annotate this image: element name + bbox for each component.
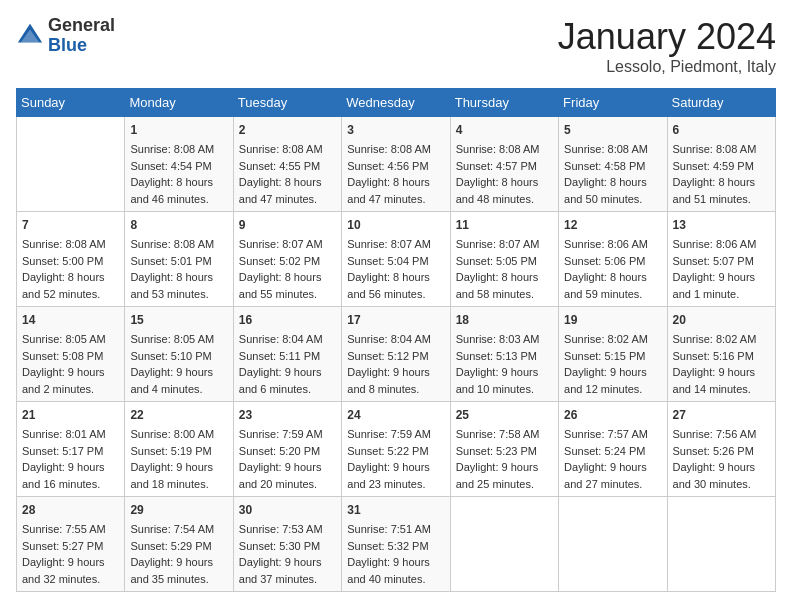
calendar-week-row: 14Sunrise: 8:05 AM Sunset: 5:08 PM Dayli… bbox=[17, 307, 776, 402]
day-number: 3 bbox=[347, 121, 444, 139]
day-header-thursday: Thursday bbox=[450, 89, 558, 117]
day-number: 2 bbox=[239, 121, 336, 139]
day-number: 27 bbox=[673, 406, 770, 424]
calendar-cell: 17Sunrise: 8:04 AM Sunset: 5:12 PM Dayli… bbox=[342, 307, 450, 402]
calendar-cell: 5Sunrise: 8:08 AM Sunset: 4:58 PM Daylig… bbox=[559, 117, 667, 212]
calendar-cell: 9Sunrise: 8:07 AM Sunset: 5:02 PM Daylig… bbox=[233, 212, 341, 307]
day-header-monday: Monday bbox=[125, 89, 233, 117]
day-info: Sunrise: 8:04 AM Sunset: 5:12 PM Dayligh… bbox=[347, 331, 444, 397]
calendar-cell bbox=[17, 117, 125, 212]
day-number: 24 bbox=[347, 406, 444, 424]
calendar-cell: 22Sunrise: 8:00 AM Sunset: 5:19 PM Dayli… bbox=[125, 402, 233, 497]
day-number: 11 bbox=[456, 216, 553, 234]
day-info: Sunrise: 8:07 AM Sunset: 5:02 PM Dayligh… bbox=[239, 236, 336, 302]
calendar-cell: 27Sunrise: 7:56 AM Sunset: 5:26 PM Dayli… bbox=[667, 402, 775, 497]
day-info: Sunrise: 8:08 AM Sunset: 4:56 PM Dayligh… bbox=[347, 141, 444, 207]
day-info: Sunrise: 8:07 AM Sunset: 5:04 PM Dayligh… bbox=[347, 236, 444, 302]
calendar-cell: 4Sunrise: 8:08 AM Sunset: 4:57 PM Daylig… bbox=[450, 117, 558, 212]
day-info: Sunrise: 8:03 AM Sunset: 5:13 PM Dayligh… bbox=[456, 331, 553, 397]
calendar-cell: 28Sunrise: 7:55 AM Sunset: 5:27 PM Dayli… bbox=[17, 497, 125, 592]
day-info: Sunrise: 8:08 AM Sunset: 4:55 PM Dayligh… bbox=[239, 141, 336, 207]
logo-blue-text: Blue bbox=[48, 35, 87, 55]
calendar-cell: 13Sunrise: 8:06 AM Sunset: 5:07 PM Dayli… bbox=[667, 212, 775, 307]
day-number: 1 bbox=[130, 121, 227, 139]
calendar-cell: 21Sunrise: 8:01 AM Sunset: 5:17 PM Dayli… bbox=[17, 402, 125, 497]
day-number: 12 bbox=[564, 216, 661, 234]
location-subtitle: Lessolo, Piedmont, Italy bbox=[558, 58, 776, 76]
day-number: 23 bbox=[239, 406, 336, 424]
day-info: Sunrise: 7:59 AM Sunset: 5:20 PM Dayligh… bbox=[239, 426, 336, 492]
day-number: 26 bbox=[564, 406, 661, 424]
day-info: Sunrise: 7:57 AM Sunset: 5:24 PM Dayligh… bbox=[564, 426, 661, 492]
calendar-cell: 16Sunrise: 8:04 AM Sunset: 5:11 PM Dayli… bbox=[233, 307, 341, 402]
calendar-cell: 14Sunrise: 8:05 AM Sunset: 5:08 PM Dayli… bbox=[17, 307, 125, 402]
day-header-wednesday: Wednesday bbox=[342, 89, 450, 117]
day-number: 8 bbox=[130, 216, 227, 234]
day-number: 21 bbox=[22, 406, 119, 424]
day-info: Sunrise: 8:08 AM Sunset: 5:00 PM Dayligh… bbox=[22, 236, 119, 302]
day-number: 28 bbox=[22, 501, 119, 519]
day-info: Sunrise: 7:59 AM Sunset: 5:22 PM Dayligh… bbox=[347, 426, 444, 492]
day-info: Sunrise: 8:05 AM Sunset: 5:08 PM Dayligh… bbox=[22, 331, 119, 397]
calendar-cell: 2Sunrise: 8:08 AM Sunset: 4:55 PM Daylig… bbox=[233, 117, 341, 212]
calendar-cell: 15Sunrise: 8:05 AM Sunset: 5:10 PM Dayli… bbox=[125, 307, 233, 402]
day-number: 20 bbox=[673, 311, 770, 329]
day-number: 5 bbox=[564, 121, 661, 139]
calendar-week-row: 28Sunrise: 7:55 AM Sunset: 5:27 PM Dayli… bbox=[17, 497, 776, 592]
day-info: Sunrise: 8:08 AM Sunset: 4:59 PM Dayligh… bbox=[673, 141, 770, 207]
day-header-saturday: Saturday bbox=[667, 89, 775, 117]
day-info: Sunrise: 8:06 AM Sunset: 5:07 PM Dayligh… bbox=[673, 236, 770, 302]
day-number: 9 bbox=[239, 216, 336, 234]
calendar-cell: 26Sunrise: 7:57 AM Sunset: 5:24 PM Dayli… bbox=[559, 402, 667, 497]
day-number: 22 bbox=[130, 406, 227, 424]
calendar-cell: 31Sunrise: 7:51 AM Sunset: 5:32 PM Dayli… bbox=[342, 497, 450, 592]
calendar-cell: 7Sunrise: 8:08 AM Sunset: 5:00 PM Daylig… bbox=[17, 212, 125, 307]
day-info: Sunrise: 8:02 AM Sunset: 5:15 PM Dayligh… bbox=[564, 331, 661, 397]
day-info: Sunrise: 7:54 AM Sunset: 5:29 PM Dayligh… bbox=[130, 521, 227, 587]
calendar-week-row: 21Sunrise: 8:01 AM Sunset: 5:17 PM Dayli… bbox=[17, 402, 776, 497]
calendar-week-row: 1Sunrise: 8:08 AM Sunset: 4:54 PM Daylig… bbox=[17, 117, 776, 212]
day-header-friday: Friday bbox=[559, 89, 667, 117]
calendar-cell: 6Sunrise: 8:08 AM Sunset: 4:59 PM Daylig… bbox=[667, 117, 775, 212]
day-info: Sunrise: 8:08 AM Sunset: 4:57 PM Dayligh… bbox=[456, 141, 553, 207]
calendar-cell: 19Sunrise: 8:02 AM Sunset: 5:15 PM Dayli… bbox=[559, 307, 667, 402]
calendar-cell: 11Sunrise: 8:07 AM Sunset: 5:05 PM Dayli… bbox=[450, 212, 558, 307]
day-info: Sunrise: 8:04 AM Sunset: 5:11 PM Dayligh… bbox=[239, 331, 336, 397]
day-info: Sunrise: 7:58 AM Sunset: 5:23 PM Dayligh… bbox=[456, 426, 553, 492]
day-number: 4 bbox=[456, 121, 553, 139]
calendar-cell: 10Sunrise: 8:07 AM Sunset: 5:04 PM Dayli… bbox=[342, 212, 450, 307]
day-info: Sunrise: 8:08 AM Sunset: 5:01 PM Dayligh… bbox=[130, 236, 227, 302]
calendar-cell bbox=[667, 497, 775, 592]
day-number: 31 bbox=[347, 501, 444, 519]
day-info: Sunrise: 7:55 AM Sunset: 5:27 PM Dayligh… bbox=[22, 521, 119, 587]
calendar-cell: 30Sunrise: 7:53 AM Sunset: 5:30 PM Dayli… bbox=[233, 497, 341, 592]
month-title: January 2024 bbox=[558, 16, 776, 58]
calendar-cell: 23Sunrise: 7:59 AM Sunset: 5:20 PM Dayli… bbox=[233, 402, 341, 497]
day-number: 17 bbox=[347, 311, 444, 329]
day-info: Sunrise: 8:08 AM Sunset: 4:58 PM Dayligh… bbox=[564, 141, 661, 207]
logo-general-text: General bbox=[48, 15, 115, 35]
calendar-week-row: 7Sunrise: 8:08 AM Sunset: 5:00 PM Daylig… bbox=[17, 212, 776, 307]
calendar-cell: 18Sunrise: 8:03 AM Sunset: 5:13 PM Dayli… bbox=[450, 307, 558, 402]
day-info: Sunrise: 8:01 AM Sunset: 5:17 PM Dayligh… bbox=[22, 426, 119, 492]
day-number: 15 bbox=[130, 311, 227, 329]
day-header-tuesday: Tuesday bbox=[233, 89, 341, 117]
day-number: 30 bbox=[239, 501, 336, 519]
day-number: 10 bbox=[347, 216, 444, 234]
calendar-cell: 20Sunrise: 8:02 AM Sunset: 5:16 PM Dayli… bbox=[667, 307, 775, 402]
calendar-cell: 12Sunrise: 8:06 AM Sunset: 5:06 PM Dayli… bbox=[559, 212, 667, 307]
calendar-header-row: SundayMondayTuesdayWednesdayThursdayFrid… bbox=[17, 89, 776, 117]
day-header-sunday: Sunday bbox=[17, 89, 125, 117]
calendar-cell: 1Sunrise: 8:08 AM Sunset: 4:54 PM Daylig… bbox=[125, 117, 233, 212]
day-number: 13 bbox=[673, 216, 770, 234]
day-info: Sunrise: 7:56 AM Sunset: 5:26 PM Dayligh… bbox=[673, 426, 770, 492]
calendar-cell: 3Sunrise: 8:08 AM Sunset: 4:56 PM Daylig… bbox=[342, 117, 450, 212]
calendar-table: SundayMondayTuesdayWednesdayThursdayFrid… bbox=[16, 88, 776, 592]
logo-icon bbox=[16, 22, 44, 50]
calendar-cell bbox=[450, 497, 558, 592]
day-info: Sunrise: 8:02 AM Sunset: 5:16 PM Dayligh… bbox=[673, 331, 770, 397]
day-number: 7 bbox=[22, 216, 119, 234]
day-info: Sunrise: 8:00 AM Sunset: 5:19 PM Dayligh… bbox=[130, 426, 227, 492]
calendar-cell: 24Sunrise: 7:59 AM Sunset: 5:22 PM Dayli… bbox=[342, 402, 450, 497]
day-number: 25 bbox=[456, 406, 553, 424]
